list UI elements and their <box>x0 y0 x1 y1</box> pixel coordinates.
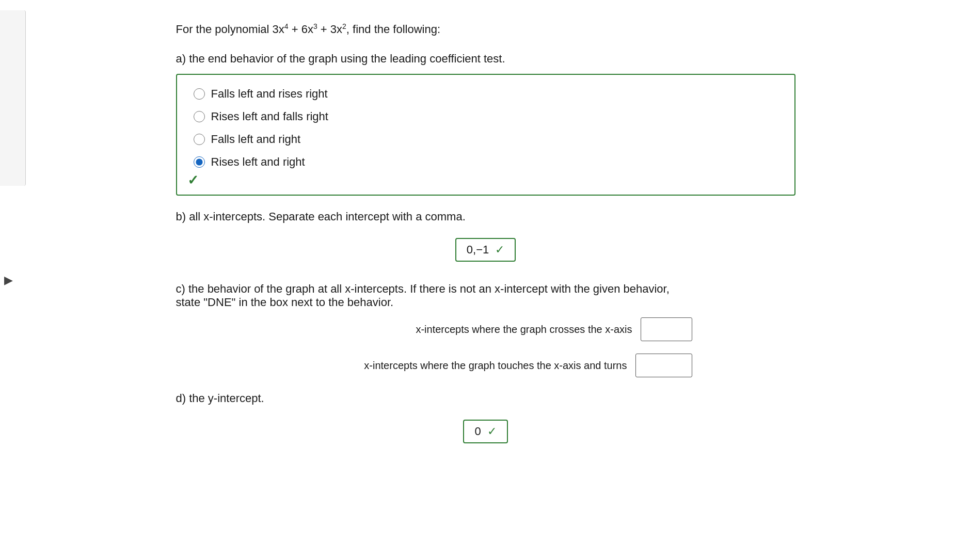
page-wrapper: For the polynomial 3x4 + 6x3 + 3x2, find… <box>176 10 795 466</box>
part-b-answer-value: 0,−1 <box>467 243 489 257</box>
part-b-label: b) all x-intercepts. Separate each inter… <box>176 210 795 223</box>
part-c-crosses-input[interactable] <box>641 317 692 341</box>
question-header: For the polynomial 3x4 + 6x3 + 3x2, find… <box>176 21 795 38</box>
part-c-crosses-row: x-intercepts where the graph crosses the… <box>176 317 795 341</box>
part-c-touches-label: x-intercepts where the graph touches the… <box>364 360 627 372</box>
radio-label-1: Falls left and rises right <box>211 87 328 101</box>
part-d-answer-box: 0 ✓ <box>463 420 507 443</box>
part-d-answer-block: 0 ✓ <box>176 413 795 450</box>
part-d-answer-value: 0 <box>474 425 481 438</box>
part-b-answer-block: 0,−1 ✓ <box>176 232 795 268</box>
radio-rises-left-right[interactable] <box>194 156 205 168</box>
part-a-label: a) the end behavior of the graph using t… <box>176 52 795 66</box>
part-d-check-icon: ✓ <box>487 425 497 438</box>
radio-option-falls-left-rises-right[interactable]: Falls left and rises right <box>194 87 778 101</box>
part-c-label: c) the behavior of the graph at all x-in… <box>176 282 795 309</box>
radio-falls-left-rises-right[interactable] <box>194 88 205 100</box>
sidebar-strip <box>0 10 26 186</box>
part-c-touches-input[interactable] <box>635 354 692 377</box>
part-b-check-icon: ✓ <box>495 243 504 257</box>
radio-label-2: Rises left and falls right <box>211 110 328 123</box>
part-b-answer-box: 0,−1 ✓ <box>455 238 516 262</box>
radio-label-3: Falls left and right <box>211 133 301 146</box>
radio-falls-left-right[interactable] <box>194 134 205 145</box>
sidebar-arrow-button[interactable]: ▶ <box>4 274 13 287</box>
part-c-section: x-intercepts where the graph crosses the… <box>176 317 795 377</box>
part-c-touches-row: x-intercepts where the graph touches the… <box>176 354 795 377</box>
radio-box: Falls left and rises right Rises left an… <box>176 74 795 196</box>
part-c-crosses-label: x-intercepts where the graph crosses the… <box>416 324 632 335</box>
part-a-checkmark: ✓ <box>187 172 199 188</box>
radio-rises-left-falls-right[interactable] <box>194 111 205 122</box>
radio-option-falls-left-right[interactable]: Falls left and right <box>194 133 778 146</box>
radio-option-rises-left-falls-right[interactable]: Rises left and falls right <box>194 110 778 123</box>
radio-option-rises-left-right[interactable]: Rises left and right <box>194 155 778 169</box>
radio-label-4: Rises left and right <box>211 155 305 169</box>
part-d-label: d) the y-intercept. <box>176 392 795 405</box>
